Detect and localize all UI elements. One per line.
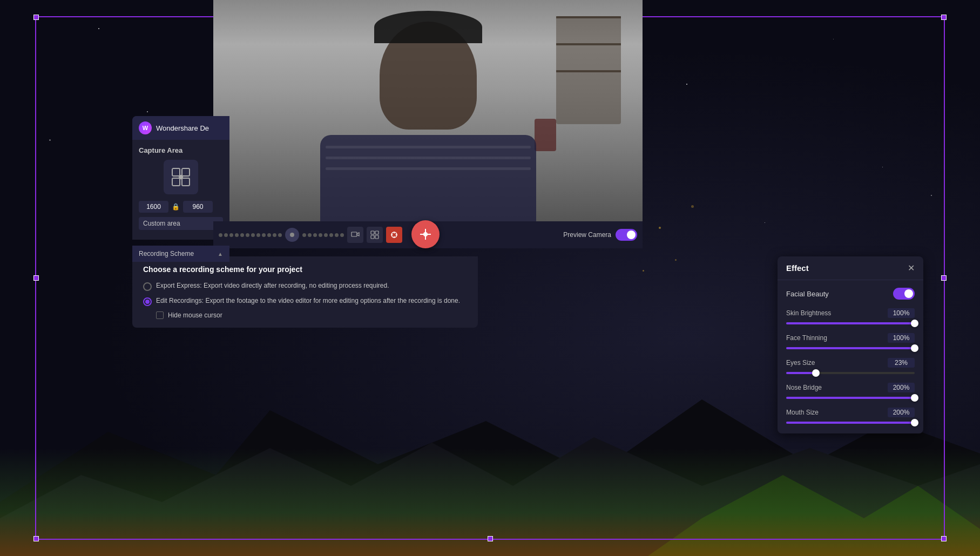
webcam-preview bbox=[213, 0, 643, 221]
checkbox-row[interactable]: Hide mouse cursor bbox=[156, 311, 467, 319]
face-thinning-fill bbox=[786, 347, 915, 349]
capture-icon-button[interactable] bbox=[164, 160, 198, 194]
radio-edit-icon bbox=[143, 297, 152, 306]
wondershare-logo: W bbox=[139, 121, 152, 134]
eyes-size-track[interactable] bbox=[786, 372, 915, 374]
slider-eyes-size: Eyes Size 23% bbox=[786, 358, 915, 374]
svg-rect-5 bbox=[172, 178, 180, 186]
capture-area-title: Capture Area bbox=[139, 146, 223, 154]
particle-2 bbox=[675, 259, 677, 261]
bottom-glow bbox=[0, 448, 980, 556]
facial-beauty-label: Facial Beauty bbox=[786, 290, 829, 298]
effect-button[interactable] bbox=[386, 227, 402, 243]
preview-camera-label: Preview Camera bbox=[563, 231, 611, 239]
svg-rect-4 bbox=[182, 168, 190, 176]
slider-mouth-size: Mouth Size 200% bbox=[786, 408, 915, 424]
facial-beauty-row: Facial Beauty bbox=[786, 288, 915, 300]
skin-brightness-label: Skin Brightness bbox=[786, 309, 831, 317]
svg-rect-8 bbox=[352, 232, 357, 236]
width-input[interactable]: 1600 bbox=[139, 201, 168, 213]
area-dropdown[interactable]: Custom area ▼ bbox=[139, 217, 223, 230]
face-thinning-track[interactable] bbox=[786, 347, 915, 349]
shelf-bot bbox=[556, 70, 621, 72]
face-thinning-value: 100% bbox=[888, 333, 915, 343]
eyes-size-label: Eyes Size bbox=[786, 359, 815, 367]
effect-body: Facial Beauty Skin Brightness 100% Face … bbox=[778, 280, 923, 433]
area-dropdown-value: Custom area bbox=[143, 220, 180, 227]
left-panel-header: W Wondershare De bbox=[132, 116, 229, 140]
effect-panel: Effect ✕ Facial Beauty Skin Brightness 1… bbox=[778, 256, 923, 433]
slider-nose-bridge: Nose Bridge 200% bbox=[786, 383, 915, 399]
mouth-size-track[interactable] bbox=[786, 422, 915, 424]
particle-1 bbox=[659, 227, 661, 229]
skin-brightness-value: 100% bbox=[888, 308, 915, 318]
eyes-size-fill bbox=[786, 372, 816, 374]
slider-skin-brightness: Skin Brightness 100% bbox=[786, 308, 915, 324]
scheme-dropdown-header[interactable]: Recording Scheme ▲ bbox=[132, 246, 229, 262]
effect-panel-title: Effect bbox=[786, 263, 809, 273]
face-thinning-thumb[interactable] bbox=[911, 344, 918, 352]
mouth-size-value: 200% bbox=[888, 408, 915, 417]
layout-icon bbox=[370, 230, 379, 239]
dimension-row: 1600 🔒 960 bbox=[139, 201, 223, 213]
crosshair-icon bbox=[419, 228, 432, 241]
skin-brightness-thumb[interactable] bbox=[911, 320, 918, 327]
particle-3 bbox=[691, 205, 694, 208]
slider-face-thinning: Face Thinning 100% bbox=[786, 333, 915, 349]
nose-bridge-fill bbox=[786, 397, 915, 399]
mouth-size-fill bbox=[786, 422, 915, 424]
shirt-stripe-2 bbox=[326, 157, 531, 159]
facial-beauty-toggle[interactable] bbox=[893, 288, 915, 300]
webcam-icon bbox=[351, 230, 360, 239]
person-cap bbox=[374, 11, 482, 43]
scheme-panel-title: Choose a recording scheme for your proje… bbox=[143, 265, 467, 274]
webcam-button[interactable] bbox=[347, 227, 363, 243]
svg-rect-6 bbox=[182, 178, 190, 186]
hide-cursor-checkbox[interactable] bbox=[156, 311, 164, 319]
eyes-size-value: 23% bbox=[888, 358, 915, 368]
shirt-stripe-1 bbox=[326, 146, 531, 148]
shelf-top bbox=[556, 16, 621, 18]
effect-icon bbox=[390, 230, 398, 239]
particle-4 bbox=[643, 270, 644, 272]
recording-dots-right bbox=[302, 233, 344, 237]
pipe-valve bbox=[535, 119, 556, 151]
shirt-stripe-3 bbox=[326, 167, 531, 170]
height-input[interactable]: 960 bbox=[183, 201, 213, 213]
recording-dots-left bbox=[219, 233, 282, 237]
timer-display bbox=[285, 228, 299, 242]
move-cursor-button[interactable] bbox=[411, 220, 440, 248]
scheme-panel: Choose a recording scheme for your proje… bbox=[132, 256, 478, 328]
svg-rect-12 bbox=[375, 235, 379, 239]
toggle-thumb bbox=[627, 230, 636, 239]
lock-icon: 🔒 bbox=[172, 203, 180, 211]
capture-area-icon bbox=[171, 167, 191, 187]
shelf-mid bbox=[556, 43, 621, 45]
mouth-size-label: Mouth Size bbox=[786, 409, 819, 416]
mouth-size-thumb[interactable] bbox=[911, 419, 918, 426]
nose-bridge-track[interactable] bbox=[786, 397, 915, 399]
svg-rect-10 bbox=[375, 231, 379, 234]
svg-rect-3 bbox=[172, 168, 180, 176]
svg-rect-11 bbox=[371, 235, 374, 239]
radio-edit-dot bbox=[145, 300, 150, 304]
nose-bridge-value: 200% bbox=[888, 383, 915, 392]
app-title: Wondershare De bbox=[156, 124, 209, 132]
radio-option-edit[interactable]: Edit Recordings: Export the footage to t… bbox=[143, 296, 467, 306]
nose-bridge-label: Nose Bridge bbox=[786, 384, 822, 391]
effect-close-button[interactable]: ✕ bbox=[908, 263, 915, 273]
preview-camera-toggle[interactable] bbox=[616, 229, 637, 241]
preview-camera-section: Preview Camera bbox=[563, 229, 637, 241]
radio-export-icon bbox=[143, 282, 152, 291]
scheme-header-text: Recording Scheme bbox=[139, 250, 194, 257]
nose-bridge-thumb[interactable] bbox=[911, 394, 918, 402]
facial-beauty-toggle-thumb bbox=[904, 289, 913, 298]
eyes-size-thumb[interactable] bbox=[812, 369, 820, 377]
radio-edit-label: Edit Recordings: Export the footage to t… bbox=[156, 296, 460, 306]
radio-option-export[interactable]: Export Express: Export video directly af… bbox=[143, 281, 467, 291]
layout-button[interactable] bbox=[367, 227, 383, 243]
skin-brightness-track[interactable] bbox=[786, 322, 915, 324]
skin-brightness-fill bbox=[786, 322, 915, 324]
hide-cursor-label: Hide mouse cursor bbox=[168, 311, 222, 319]
radio-export-label: Export Express: Export video directly af… bbox=[156, 281, 389, 290]
